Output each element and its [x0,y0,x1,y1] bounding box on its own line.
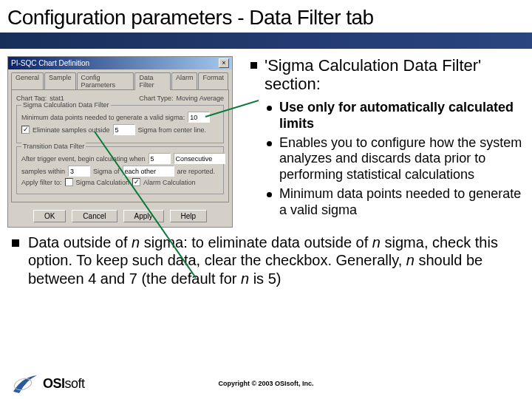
tab-alarm[interactable]: Alarm [171,72,198,89]
text-column: 'Sigma Calculation Data Filter' section:… [248,56,525,228]
eliminate-suffix: Sigma from center line. [138,126,207,134]
samples-mid: Sigma of [93,168,120,175]
tab-format[interactable]: Format [198,72,228,89]
samples-suffix: are reported. [177,168,216,175]
copyright-text: Copyright © 2003 OSIsoft, Inc. [218,380,313,387]
square-bullet-icon [250,62,257,69]
dialog-column: PI-SQC Chart Definition × General Sample… [7,56,233,228]
dot-bullet-icon [267,192,272,197]
slide-title: Configuration parameters - Data Filter t… [0,0,532,33]
sigma-calc-filter-group: Sigma Calculation Data Filter Minimum da… [16,105,224,143]
min-points-row: Minimum data points needed to generate a… [21,112,219,123]
square-bullet-icon [12,239,19,247]
tab-sample[interactable]: Sample [44,72,76,89]
eliminate-row: Eliminate samples outside Sigma from cen… [21,124,219,135]
list-item: Use only for automatically calculated li… [267,100,525,132]
apply-sigma-checkbox[interactable] [65,178,73,186]
dot-bullet-icon [267,106,272,111]
bottom-text: Data outside of n sigma: to eliminate da… [28,233,517,287]
dialog-title-text: PI-SQC Chart Definition [11,59,89,67]
eliminate-sigma-input[interactable] [113,124,135,135]
lead-bullet: 'Sigma Calculation Data Filter' section: [250,56,525,94]
apply-alarm-label: Alarm Calculation [143,179,196,186]
after-trigger-row: After trigger event, begin calculating w… [21,153,219,164]
apply-alarm-checkbox[interactable] [132,178,140,186]
help-button[interactable]: Help [170,210,208,222]
sigma-calc-legend: Sigma Calculation Data Filter [21,101,111,109]
sub-text-3: Minimum data points needed to generate a… [279,186,525,219]
dialog-tab-body: Chart Tag: stat1 Chart Type: Moving Aver… [11,89,229,202]
title-band [0,33,532,49]
after-trigger-label: After trigger event, begin calculating w… [21,155,146,163]
min-points-label: Minimum data points needed to generate a… [21,114,185,121]
sub-bullet-list: Use only for automatically calculated li… [250,100,525,219]
bottom-bullet: Data outside of n sigma: to eliminate da… [0,228,532,287]
after-trigger-mode[interactable] [174,153,225,164]
lead-text: 'Sigma Calculation Data Filter' section: [265,56,525,94]
chart-type-value: Moving Average [177,95,224,102]
sub-text-2: Enables you to configure how the system … [279,135,525,184]
dialog-window: PI-SQC Chart Definition × General Sample… [7,56,233,228]
apply-filter-row: Apply filter to: Sigma Calculation Alarm… [21,178,219,186]
samples-within-input[interactable] [68,166,90,177]
list-item: Minimum data points needed to generate a… [267,186,525,219]
samples-within-label: samples within [21,168,65,175]
transition-legend: Transition Data Filter [21,143,86,150]
tab-data-filter[interactable]: Data Filter [134,72,170,90]
footer: OSIsoft Copyright © 2003 OSIsoft, Inc. [0,372,532,395]
apply-button[interactable]: Apply [123,210,164,222]
ok-button[interactable]: OK [33,210,66,222]
content-row: PI-SQC Chart Definition × General Sample… [0,49,532,228]
logo-swoosh-icon [12,372,38,395]
chart-type-label: Chart Type: [139,95,173,102]
dialog-titlebar: PI-SQC Chart Definition × [8,57,232,69]
samples-of-input[interactable] [123,166,174,177]
dot-bullet-icon [267,141,272,146]
apply-sigma-label: Sigma Calculation [76,179,130,186]
close-icon[interactable]: × [219,58,229,68]
brand-text: OSIsoft [43,376,85,392]
apply-filter-label: Apply filter to: [21,179,62,186]
eliminate-checkbox[interactable] [21,126,30,134]
tab-config-parameters[interactable]: Config Parameters [77,72,134,89]
min-points-input[interactable] [188,112,210,123]
after-trigger-input[interactable] [149,153,171,164]
transition-filter-group: Transition Data Filter After trigger eve… [16,146,224,194]
logo: OSIsoft [12,372,85,395]
sub-text-1: Use only for automatically calculated li… [279,100,525,132]
dialog-tabs: General Sample Config Parameters Data Fi… [8,69,232,89]
dialog-button-row: OK Cancel Apply Help [8,205,232,227]
eliminate-label: Eliminate samples outside [33,126,110,134]
tab-general[interactable]: General [11,72,44,89]
samples-within-row: samples within Sigma of are reported. [21,166,219,177]
list-item: Enables you to configure how the system … [267,135,525,184]
cancel-button[interactable]: Cancel [72,210,117,222]
